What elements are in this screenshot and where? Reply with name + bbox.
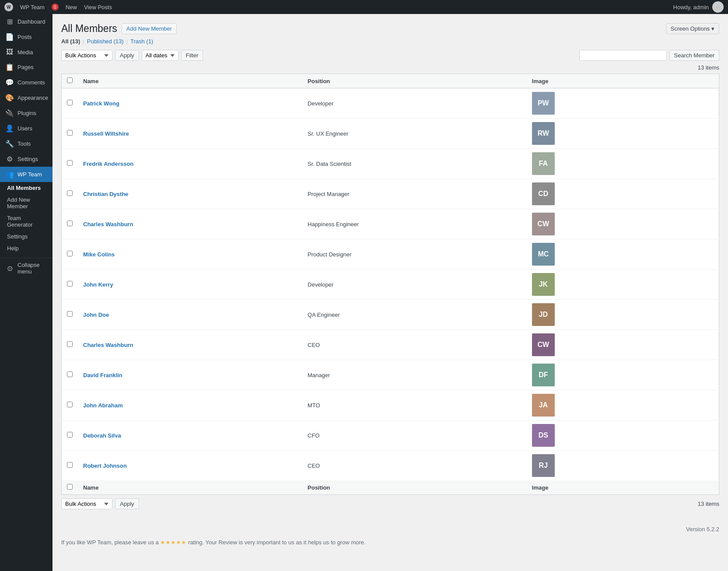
header-name[interactable]: Name	[78, 74, 302, 88]
sidebar-item-settings[interactable]: ⚙ Settings	[0, 151, 52, 167]
row-checkbox-10[interactable]	[67, 371, 73, 377]
member-name-link-10[interactable]: David Franklin	[83, 372, 122, 378]
submenu-item-add-new[interactable]: Add New Member	[0, 194, 52, 212]
member-name-link-5[interactable]: Charles Washburn	[83, 221, 133, 228]
member-avatar-5: CW	[532, 213, 555, 235]
select-all-checkbox-bottom[interactable]	[67, 484, 73, 490]
submenu-item-settings[interactable]: Settings	[0, 231, 52, 242]
submenu-item-team-generator[interactable]: Team Generator	[0, 212, 52, 231]
member-name-link-13[interactable]: Robert Johnson	[83, 462, 127, 469]
chevron-icon	[50, 172, 52, 177]
trash-link[interactable]: Trash (1)	[130, 38, 153, 45]
row-checkbox-12[interactable]	[67, 432, 73, 438]
row-checkbox-cell	[62, 360, 78, 390]
row-checkbox-13[interactable]	[67, 462, 73, 468]
row-checkbox-8[interactable]	[67, 311, 73, 317]
row-image-cell: FA	[527, 149, 719, 179]
header-position[interactable]: Position	[302, 74, 527, 88]
avatar[interactable]: A	[712, 1, 724, 13]
member-name-link-1[interactable]: Patrick Wong	[83, 100, 119, 107]
row-position-cell: CEO	[302, 330, 527, 360]
table-row: John Doe QA Engineer JD	[62, 300, 719, 330]
date-filter-select[interactable]: All dates	[142, 50, 178, 61]
pages-icon: 📋	[5, 63, 14, 71]
member-name-link-4[interactable]: Christian Dysthe	[83, 191, 128, 197]
filter-button[interactable]: Filter	[181, 50, 203, 61]
search-input[interactable]	[579, 50, 667, 61]
row-position-cell: Developer	[302, 88, 527, 119]
row-checkbox-2[interactable]	[67, 130, 73, 136]
star-rating[interactable]: ★★★★★	[160, 539, 186, 546]
footer-position[interactable]: Position	[302, 480, 527, 495]
posts-icon: 📄	[5, 33, 14, 41]
screen-options-button[interactable]: Screen Options	[666, 23, 719, 34]
row-checkbox-1[interactable]	[67, 100, 73, 105]
member-name-link-3[interactable]: Fredrik Andersson	[83, 161, 133, 167]
select-all-checkbox-top[interactable]	[67, 77, 73, 83]
bulk-actions-select[interactable]: Bulk Actions Edit Move to Trash	[61, 50, 112, 61]
filter-trash[interactable]: Trash (1)	[130, 38, 153, 45]
all-link[interactable]: All (13)	[61, 38, 80, 45]
row-checkbox-4[interactable]	[67, 190, 73, 196]
sidebar-item-dashboard[interactable]: ⊞ Dashboard	[0, 14, 52, 29]
sidebar-item-users[interactable]: 👤 Users	[0, 121, 52, 136]
member-name-link-11[interactable]: John Abraham	[83, 402, 123, 409]
sidebar-label-dashboard: Dashboard	[18, 18, 46, 25]
wp-logo-icon[interactable]: W	[4, 3, 13, 11]
media-icon: 🖼	[5, 48, 14, 56]
bottom-bulk-select[interactable]: Bulk Actions Edit Move to Trash	[61, 498, 112, 509]
sidebar-item-appearance[interactable]: 🎨 Appearance	[0, 90, 52, 105]
sidebar-item-tools[interactable]: 🔧 Tools	[0, 136, 52, 151]
submenu: All Members Add New Member Team Generato…	[0, 182, 52, 254]
filter-published[interactable]: Published (13)	[87, 38, 124, 45]
footer-name[interactable]: Name	[78, 480, 302, 495]
row-checkbox-9[interactable]	[67, 341, 73, 347]
submenu-item-all-members[interactable]: All Members	[0, 182, 52, 194]
member-position-4: Project Manager	[308, 191, 349, 197]
row-checkbox-5[interactable]	[67, 221, 73, 226]
sidebar-item-comments[interactable]: 💬 Comments	[0, 75, 52, 90]
add-new-member-button[interactable]: Add New Member	[122, 23, 177, 34]
submenu-label-add-new: Add New Member	[7, 196, 47, 210]
row-name-cell: Robert Johnson	[78, 451, 302, 481]
sidebar-item-pages[interactable]: 📋 Pages	[0, 60, 52, 75]
row-checkbox-cell	[62, 119, 78, 149]
member-name-link-12[interactable]: Deborah Silva	[83, 432, 121, 439]
members-table: Name Position Image Patrick Wong Develop…	[61, 74, 719, 495]
filter-all[interactable]: All (13)	[61, 38, 80, 45]
apply-button[interactable]: Apply	[115, 50, 139, 61]
search-member-button[interactable]: Search Member	[669, 50, 719, 61]
row-name-cell: David Franklin	[78, 360, 302, 390]
new-menu[interactable]: New	[66, 4, 77, 11]
row-position-cell: Manager	[302, 360, 527, 390]
member-position-13: CEO	[308, 462, 320, 469]
comment-bubble: 0	[52, 4, 59, 11]
member-position-9: CEO	[308, 342, 320, 348]
row-checkbox-11[interactable]	[67, 402, 73, 407]
row-checkbox-3[interactable]	[67, 160, 73, 166]
row-name-cell: John Abraham	[78, 390, 302, 420]
member-name-link-8[interactable]: John Doe	[83, 312, 109, 318]
bottom-apply-button[interactable]: Apply	[115, 498, 139, 509]
member-name-link-2[interactable]: Russell Wiltshire	[83, 130, 129, 137]
member-name-link-9[interactable]: Charles Washburn	[83, 342, 133, 348]
sidebar-item-plugins[interactable]: 🔌 Plugins	[0, 105, 52, 121]
member-name-link-6[interactable]: Mike Colins	[83, 251, 115, 258]
sidebar-item-wp-team[interactable]: 👥 WP Team	[0, 167, 52, 182]
page-header: All Members Add New Member Screen Option…	[61, 23, 719, 35]
plugins-icon: 🔌	[5, 109, 14, 117]
admin-bar: W WP Team 0 New View Posts Howdy, admin …	[0, 0, 728, 14]
table-row: Christian Dysthe Project Manager CD	[62, 179, 719, 209]
sidebar-item-posts[interactable]: 📄 Posts	[0, 29, 52, 45]
view-posts[interactable]: View Posts	[84, 4, 112, 11]
member-name-link-7[interactable]: John Kerry	[83, 281, 113, 288]
row-name-cell: Charles Washburn	[78, 209, 302, 239]
row-checkbox-7[interactable]	[67, 281, 73, 287]
published-link[interactable]: Published (13)	[87, 38, 124, 45]
collapse-menu-button[interactable]: ⊙ Collapse menu	[0, 258, 52, 278]
site-name[interactable]: WP Team	[20, 4, 45, 11]
row-checkbox-6[interactable]	[67, 251, 73, 256]
submenu-item-help[interactable]: Help	[0, 242, 52, 254]
comments-count[interactable]: 0	[52, 4, 59, 11]
sidebar-item-media[interactable]: 🖼 Media	[0, 45, 52, 60]
